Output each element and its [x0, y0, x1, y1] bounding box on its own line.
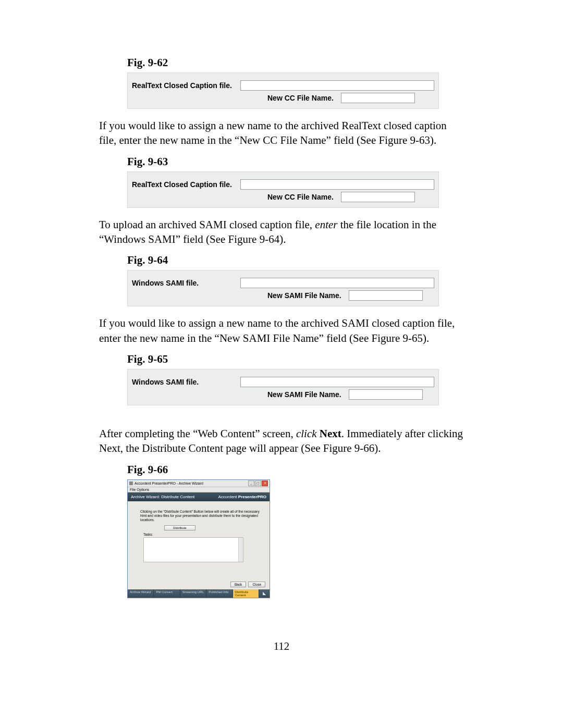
paragraph-3: If you would like to assign a new name t… — [99, 316, 464, 346]
fig64-label1: Windows SAMI file. — [132, 279, 236, 287]
paragraph-4: After completing the “Web Content” scree… — [99, 426, 464, 456]
status-cell[interactable]: PM Convert — [154, 589, 180, 598]
back-button[interactable]: Back — [230, 582, 246, 587]
scrollbar[interactable] — [238, 538, 243, 562]
fig63-input2[interactable] — [341, 192, 415, 202]
tasks-listbox[interactable] — [143, 537, 243, 562]
wizard-titlebar[interactable]: Accordent PresenterPRO - Archive Wizard … — [128, 480, 270, 487]
status-cell[interactable]: Published Info — [206, 589, 232, 598]
tasks-label: Tasks: — [143, 533, 264, 536]
close-wizard-button[interactable]: Close — [248, 582, 265, 587]
page-number: 112 — [99, 640, 464, 653]
fig63-input1[interactable] — [240, 179, 434, 190]
fig65-panel: Windows SAMI file. New SAMI File Name. — [127, 369, 439, 405]
fig62-input1[interactable] — [240, 80, 434, 91]
fig62-label1: RealText Closed Caption file. — [132, 81, 236, 90]
figure-label-63: Fig. 9-63 — [127, 155, 464, 168]
fig62-label2: New CC File Name. — [267, 94, 334, 102]
close-button[interactable]: ✕ — [262, 480, 268, 486]
fig65-input2[interactable] — [349, 389, 423, 400]
wizard-step-title: Archive Wizard: Distribute Content — [131, 495, 194, 499]
status-cell[interactable]: Streaming URL — [180, 589, 206, 598]
fig62-panel: RealText Closed Caption file. New CC Fil… — [127, 72, 439, 109]
maximize-button[interactable]: ▢ — [255, 480, 261, 486]
wizard-brand: Accordent PresenterPRO — [218, 495, 267, 499]
wizard-window: Accordent PresenterPRO - Archive Wizard … — [127, 479, 270, 598]
fig63-label1: RealText Closed Caption file. — [132, 180, 236, 189]
app-icon — [129, 482, 133, 485]
figure-label-64: Fig. 9-64 — [127, 254, 464, 267]
wizard-title: Accordent PresenterPRO - Archive Wizard — [134, 482, 203, 485]
fig64-input1[interactable] — [240, 278, 434, 288]
fig65-input1[interactable] — [240, 377, 434, 387]
figure-label-65: Fig. 9-65 — [127, 353, 464, 366]
fig62-input2[interactable] — [341, 93, 415, 103]
figure-label-66: Fig. 9-66 — [127, 463, 464, 476]
wizard-menu[interactable]: File Options — [128, 487, 270, 492]
fig63-label2: New CC File Name. — [267, 193, 334, 201]
fig65-label1: Windows SAMI file. — [132, 378, 236, 386]
paragraph-1: If you would like to assign a new name t… — [99, 118, 464, 148]
wizard-description: Clicking on the “Distribute Content” But… — [140, 510, 261, 522]
fig64-label2: New SAMI File Name. — [267, 291, 341, 300]
figure-label-62: Fig. 9-62 — [127, 56, 464, 69]
status-cell-active[interactable]: Distribute Content — [233, 589, 259, 598]
fig64-panel: Windows SAMI file. New SAMI File Name. — [127, 270, 439, 306]
distribute-button[interactable]: Distribute — [164, 525, 195, 530]
accordent-logo-icon: ◣ — [259, 589, 270, 598]
fig63-panel: RealText Closed Caption file. New CC Fil… — [127, 171, 439, 208]
status-cell[interactable]: Archive Wizard — [128, 589, 154, 598]
wizard-status-bar: Archive Wizard PM Convert Streaming URL … — [128, 589, 270, 598]
minimize-button[interactable]: _ — [248, 480, 254, 486]
fig64-input2[interactable] — [349, 290, 423, 301]
paragraph-2: To upload an archived SAMI closed captio… — [99, 217, 464, 247]
fig65-label2: New SAMI File Name. — [267, 390, 341, 399]
wizard-header-band: Archive Wizard: Distribute Content Accor… — [128, 492, 270, 501]
